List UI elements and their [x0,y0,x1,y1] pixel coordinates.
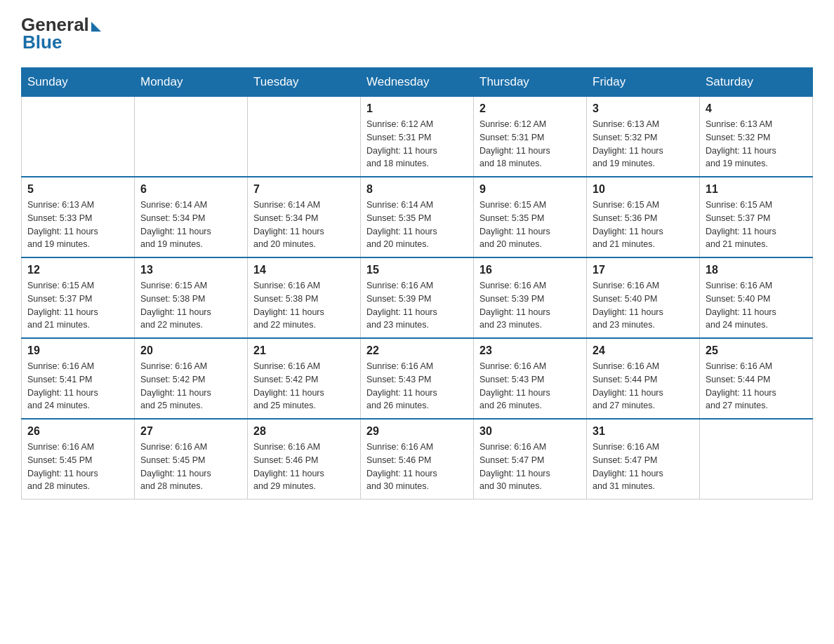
col-saturday: Saturday [700,68,813,97]
day-info: Sunrise: 6:14 AMSunset: 5:34 PMDaylight:… [253,199,355,251]
day-number: 8 [366,183,468,196]
table-row: 30Sunrise: 6:16 AMSunset: 5:47 PMDayligh… [474,419,587,499]
day-number: 26 [27,425,128,438]
day-info: Sunrise: 6:16 AMSunset: 5:46 PMDaylight:… [366,441,468,493]
calendar-week-row: 26Sunrise: 6:16 AMSunset: 5:45 PMDayligh… [22,419,813,499]
day-number: 12 [27,264,128,276]
day-number: 11 [706,183,807,196]
day-info: Sunrise: 6:15 AMSunset: 5:35 PMDaylight:… [479,199,581,251]
day-number: 18 [706,264,807,276]
day-info: Sunrise: 6:16 AMSunset: 5:39 PMDaylight:… [479,279,581,332]
day-number: 28 [253,425,355,438]
day-info: Sunrise: 6:16 AMSunset: 5:42 PMDaylight:… [140,360,241,412]
day-number: 29 [366,425,468,438]
day-info: Sunrise: 6:16 AMSunset: 5:46 PMDaylight:… [253,441,355,493]
day-info: Sunrise: 6:16 AMSunset: 5:45 PMDaylight:… [27,441,128,493]
table-row: 6Sunrise: 6:14 AMSunset: 5:34 PMDaylight… [135,177,248,257]
day-number: 2 [479,102,581,115]
table-row: 13Sunrise: 6:15 AMSunset: 5:38 PMDayligh… [135,257,248,338]
table-row [135,97,248,177]
table-row: 23Sunrise: 6:16 AMSunset: 5:43 PMDayligh… [474,338,587,419]
day-info: Sunrise: 6:13 AMSunset: 5:32 PMDaylight:… [593,118,694,170]
calendar-week-row: 19Sunrise: 6:16 AMSunset: 5:41 PMDayligh… [22,338,813,419]
day-number: 16 [479,264,581,276]
day-number: 20 [140,344,241,357]
day-info: Sunrise: 6:14 AMSunset: 5:34 PMDaylight:… [140,199,241,251]
table-row: 8Sunrise: 6:14 AMSunset: 5:35 PMDaylight… [361,177,474,257]
day-number: 22 [366,344,468,357]
table-row: 29Sunrise: 6:16 AMSunset: 5:46 PMDayligh… [361,419,474,499]
day-info: Sunrise: 6:12 AMSunset: 5:31 PMDaylight:… [366,118,468,170]
day-number: 4 [706,102,807,115]
table-row: 20Sunrise: 6:16 AMSunset: 5:42 PMDayligh… [135,338,248,419]
day-info: Sunrise: 6:16 AMSunset: 5:44 PMDaylight:… [593,360,694,412]
day-info: Sunrise: 6:16 AMSunset: 5:47 PMDaylight:… [479,441,581,493]
day-info: Sunrise: 6:16 AMSunset: 5:42 PMDaylight:… [253,360,355,412]
table-row: 17Sunrise: 6:16 AMSunset: 5:40 PMDayligh… [587,257,700,338]
calendar-week-row: 1Sunrise: 6:12 AMSunset: 5:31 PMDaylight… [22,97,813,177]
day-number: 24 [593,344,694,357]
logo-arrow-icon [91,22,101,32]
day-info: Sunrise: 6:16 AMSunset: 5:41 PMDaylight:… [27,360,128,412]
day-info: Sunrise: 6:15 AMSunset: 5:36 PMDaylight:… [593,199,694,251]
day-info: Sunrise: 6:14 AMSunset: 5:35 PMDaylight:… [366,199,468,251]
day-number: 23 [479,344,581,357]
day-number: 3 [593,102,694,115]
col-monday: Monday [135,68,248,97]
table-row: 5Sunrise: 6:13 AMSunset: 5:33 PMDaylight… [22,177,135,257]
day-info: Sunrise: 6:15 AMSunset: 5:37 PMDaylight:… [27,279,128,332]
day-info: Sunrise: 6:13 AMSunset: 5:32 PMDaylight:… [706,118,807,170]
table-row: 3Sunrise: 6:13 AMSunset: 5:32 PMDaylight… [587,97,700,177]
day-number: 13 [140,264,241,276]
table-row: 31Sunrise: 6:16 AMSunset: 5:47 PMDayligh… [587,419,700,499]
day-info: Sunrise: 6:16 AMSunset: 5:44 PMDaylight:… [706,360,807,412]
day-info: Sunrise: 6:16 AMSunset: 5:43 PMDaylight:… [366,360,468,412]
logo: General Blue [21,14,101,53]
day-number: 6 [140,183,241,196]
day-number: 21 [253,344,355,357]
day-info: Sunrise: 6:16 AMSunset: 5:43 PMDaylight:… [479,360,581,412]
table-row: 4Sunrise: 6:13 AMSunset: 5:32 PMDaylight… [700,97,813,177]
table-row [22,97,135,177]
page-header: General Blue [21,14,813,53]
day-info: Sunrise: 6:12 AMSunset: 5:31 PMDaylight:… [479,118,581,170]
col-friday: Friday [587,68,700,97]
day-info: Sunrise: 6:16 AMSunset: 5:40 PMDaylight:… [593,279,694,332]
day-number: 15 [366,264,468,276]
table-row: 28Sunrise: 6:16 AMSunset: 5:46 PMDayligh… [248,419,361,499]
table-row: 12Sunrise: 6:15 AMSunset: 5:37 PMDayligh… [22,257,135,338]
day-number: 9 [479,183,581,196]
table-row: 15Sunrise: 6:16 AMSunset: 5:39 PMDayligh… [361,257,474,338]
day-number: 17 [593,264,694,276]
table-row: 22Sunrise: 6:16 AMSunset: 5:43 PMDayligh… [361,338,474,419]
day-info: Sunrise: 6:13 AMSunset: 5:33 PMDaylight:… [27,199,128,251]
col-sunday: Sunday [22,68,135,97]
col-tuesday: Tuesday [248,68,361,97]
table-row: 14Sunrise: 6:16 AMSunset: 5:38 PMDayligh… [248,257,361,338]
day-number: 14 [253,264,355,276]
table-row: 9Sunrise: 6:15 AMSunset: 5:35 PMDaylight… [474,177,587,257]
table-row [700,419,813,499]
logo-blue-text: Blue [22,32,62,53]
table-row: 24Sunrise: 6:16 AMSunset: 5:44 PMDayligh… [587,338,700,419]
day-number: 5 [27,183,128,196]
day-info: Sunrise: 6:16 AMSunset: 5:45 PMDaylight:… [140,441,241,493]
day-number: 10 [593,183,694,196]
table-row: 7Sunrise: 6:14 AMSunset: 5:34 PMDaylight… [248,177,361,257]
calendar-header-row: Sunday Monday Tuesday Wednesday Thursday… [22,68,813,97]
day-number: 30 [479,425,581,438]
calendar-week-row: 5Sunrise: 6:13 AMSunset: 5:33 PMDaylight… [22,177,813,257]
table-row: 21Sunrise: 6:16 AMSunset: 5:42 PMDayligh… [248,338,361,419]
day-info: Sunrise: 6:16 AMSunset: 5:39 PMDaylight:… [366,279,468,332]
day-info: Sunrise: 6:16 AMSunset: 5:47 PMDaylight:… [593,441,694,493]
day-info: Sunrise: 6:16 AMSunset: 5:38 PMDaylight:… [253,279,355,332]
table-row: 16Sunrise: 6:16 AMSunset: 5:39 PMDayligh… [474,257,587,338]
table-row: 1Sunrise: 6:12 AMSunset: 5:31 PMDaylight… [361,97,474,177]
day-number: 31 [593,425,694,438]
calendar-table: Sunday Monday Tuesday Wednesday Thursday… [21,67,813,499]
day-number: 19 [27,344,128,357]
calendar-week-row: 12Sunrise: 6:15 AMSunset: 5:37 PMDayligh… [22,257,813,338]
col-thursday: Thursday [474,68,587,97]
day-info: Sunrise: 6:15 AMSunset: 5:38 PMDaylight:… [140,279,241,332]
table-row: 10Sunrise: 6:15 AMSunset: 5:36 PMDayligh… [587,177,700,257]
